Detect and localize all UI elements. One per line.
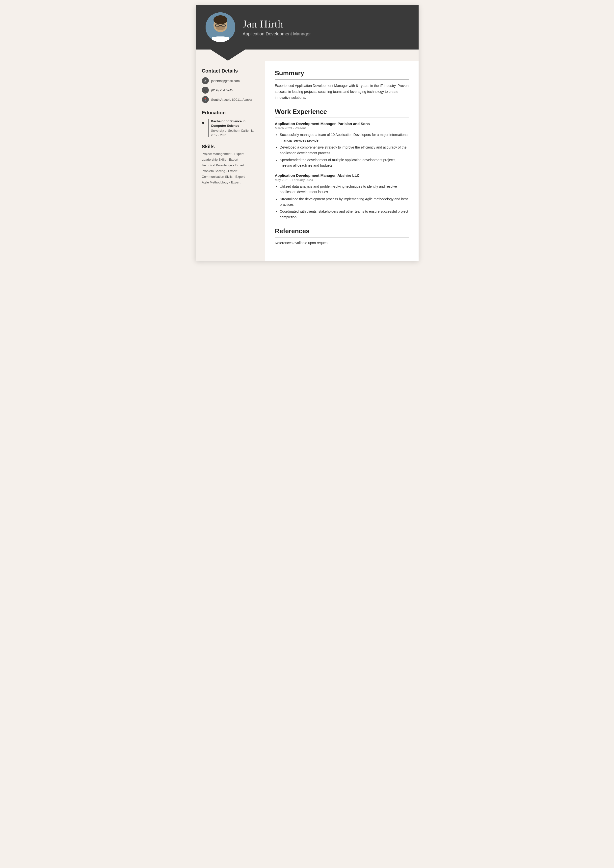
- job-1: Application Development Manager, Abshire…: [275, 173, 409, 220]
- job-1-title: Application Development Manager, Abshire…: [275, 173, 409, 178]
- work-experience-section: Work Experience Application Development …: [275, 108, 409, 220]
- references-section-title: References: [275, 227, 409, 237]
- skill-item-4: Communication Skills - Expert: [202, 175, 259, 178]
- edu-degree: Bachelor of Science in Computer Science: [211, 119, 259, 128]
- education-section: Education ● Bachelor of Science in Compu…: [202, 110, 259, 137]
- edu-bullet-icon: ●: [202, 119, 205, 137]
- contact-address: South Araceli, 69011, Alaska: [211, 98, 252, 101]
- sidebar: Contact Details ✉ janhirth@gmail.com 📞 (…: [196, 60, 265, 261]
- job-0-bullets: Successfully managed a team of 10 Applic…: [280, 132, 409, 168]
- header-name: Jan Hirth: [243, 18, 311, 30]
- phone-icon: 📞: [202, 87, 209, 94]
- svg-point-4: [216, 25, 225, 30]
- contact-section-title: Contact Details: [202, 68, 259, 74]
- job-1-bullet-2: Coordinated with clients, stakeholders a…: [280, 209, 409, 220]
- skills-section: Skills Project Management - Expert Leade…: [202, 144, 259, 184]
- education-item: ● Bachelor of Science in Computer Scienc…: [202, 119, 259, 137]
- work-experience-title: Work Experience: [275, 108, 409, 118]
- contact-email: janhirth@gmail.com: [211, 79, 240, 83]
- skills-section-title: Skills: [202, 144, 259, 150]
- contact-address-item: 📍 South Araceli, 69011, Alaska: [202, 96, 259, 103]
- chevron-icon: [210, 50, 245, 60]
- avatar-container: [205, 12, 235, 42]
- job-1-date: May 2021 - February 2023: [275, 178, 409, 182]
- chevron-area: [196, 50, 418, 60]
- job-1-bullet-0: Utilized data analysis and problem-solvi…: [280, 184, 409, 195]
- skill-item-3: Problem Solving - Expert: [202, 169, 259, 173]
- resume-document: Jan Hirth Application Development Manage…: [196, 5, 418, 261]
- job-0-bullet-2: Spearheaded the development of multiple …: [280, 157, 409, 168]
- svg-point-3: [213, 16, 227, 24]
- summary-section-title: Summary: [275, 69, 409, 79]
- main-content: Summary Experienced Application Developm…: [265, 60, 418, 261]
- education-section-title: Education: [202, 110, 259, 116]
- body-layout: Contact Details ✉ janhirth@gmail.com 📞 (…: [196, 60, 418, 261]
- avatar: [205, 12, 235, 42]
- skill-item-1: Leadership Skills - Expert: [202, 158, 259, 161]
- references-section: References References available upon req…: [275, 227, 409, 245]
- contact-section: Contact Details ✉ janhirth@gmail.com 📞 (…: [202, 68, 259, 103]
- job-0-bullet-0: Successfully managed a team of 10 Applic…: [280, 132, 409, 143]
- job-0-bullet-1: Developed a comprehensive strategy to im…: [280, 144, 409, 156]
- edu-years: 2017 - 2021: [211, 133, 259, 137]
- header-info: Jan Hirth Application Development Manage…: [243, 18, 311, 37]
- svg-rect-8: [212, 37, 229, 42]
- job-0-date: March 2023 - Present: [275, 126, 409, 130]
- job-0-title: Application Development Manager, Parisia…: [275, 122, 409, 126]
- job-1-bullet-1: Streamlined the development process by i…: [280, 196, 409, 208]
- header-title: Application Development Manager: [243, 31, 311, 37]
- edu-school: University of Southern California: [211, 129, 259, 133]
- header-section: Jan Hirth Application Development Manage…: [196, 5, 418, 50]
- contact-email-item: ✉ janhirth@gmail.com: [202, 77, 259, 84]
- location-icon: 📍: [202, 96, 209, 103]
- job-1-bullets: Utilized data analysis and problem-solvi…: [280, 184, 409, 220]
- skill-item-2: Technical Knowledge - Expert: [202, 163, 259, 167]
- contact-phone: (019) 254 0945: [211, 88, 233, 92]
- summary-section: Summary Experienced Application Developm…: [275, 69, 409, 101]
- email-icon: ✉: [202, 77, 209, 84]
- edu-content: Bachelor of Science in Computer Science …: [208, 119, 259, 137]
- skill-item-0: Project Management - Expert: [202, 152, 259, 156]
- job-0: Application Development Manager, Parisia…: [275, 122, 409, 168]
- summary-text: Experienced Application Development Mana…: [275, 83, 409, 101]
- references-text: References available upon request: [275, 241, 409, 245]
- skill-item-5: Agile Methodology - Expert: [202, 180, 259, 184]
- contact-phone-item: 📞 (019) 254 0945: [202, 87, 259, 94]
